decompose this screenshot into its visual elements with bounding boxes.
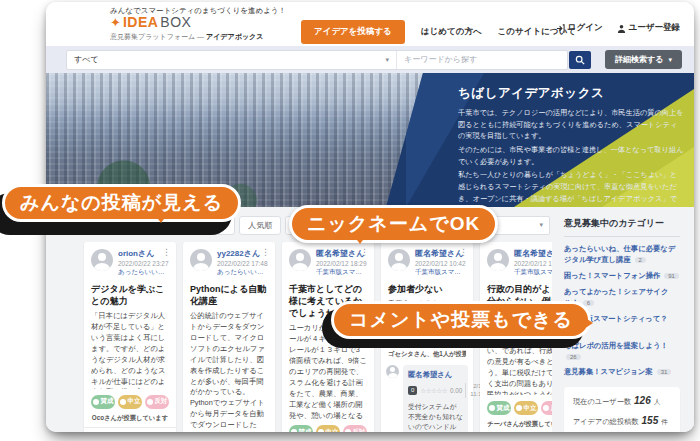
search-icon — [575, 55, 585, 65]
platform-subline: 意見募集プラットフォーム — アイデアボックス — [110, 32, 263, 42]
comment-text: 受付システムが不完全かも知れないのでハンドルネーム変更してみました。テーマが決め… — [408, 402, 463, 432]
category-label: あったらいいね、仕事に必要なデジタル学び直し講座 — [564, 244, 675, 264]
category-label: 意見募集！スマビジョン案 — [564, 367, 653, 376]
search-button[interactable] — [569, 51, 591, 69]
category-label: 困った！スマートフォン操作 — [564, 271, 660, 280]
callout-tail — [581, 315, 601, 331]
post-date: 2022/02/12 10:42 — [415, 260, 466, 267]
chevron-down-icon: ▾ — [539, 221, 543, 229]
card-column: ⋮ yy2282さん 2022/02/22 17:48 あったらいいね、仕事… … — [183, 242, 275, 432]
nav-first-time[interactable]: はじめての方へ — [421, 26, 482, 38]
commenter-name[interactable]: 匿名希望さん — [408, 370, 463, 380]
post-category[interactable]: あったらいいね、仕事… — [217, 268, 268, 277]
search-combo: すべて ▾ — [66, 50, 568, 70]
post-category[interactable]: 千葉市版スマートシテ… — [415, 268, 466, 277]
rating-score: 0.00 — [450, 387, 462, 394]
voters-line: ゴセシタさん、他1人が投票しています — [388, 350, 466, 359]
site-stats-box: 現在のユーザー数 126 人 アイデアの総投稿数 155 件 コメントの総投稿数… — [564, 387, 680, 432]
sidebar-category-item[interactable]: ちばレポの活用を提案しよう！ 26 — [564, 341, 680, 363]
neutral-button[interactable]: 中立 — [118, 395, 142, 409]
header-account: ログイン ユーザー登録 — [556, 22, 680, 34]
sort-tab-popular[interactable]: 人気順 — [239, 216, 281, 235]
platform-label: 意見募集プラットフォーム — [110, 33, 195, 40]
post-body: 公的統計のウェブサイトからデータをダウンロードして、マイクロソフトのエクセルファ… — [190, 311, 268, 432]
kebab-menu-icon[interactable]: ⋮ — [459, 248, 468, 257]
hero-paragraph: 私たち一人ひとりの暮らしが「ちょうどよく」・「ここちよい」と感じられるスマートシ… — [458, 169, 684, 207]
agree-button[interactable]: 賛成 — [91, 395, 115, 409]
header: みんなでスマートシティのまちづくりを進めよう！ ✦ IDEA BOX 意見募集プ… — [46, 2, 694, 46]
idea-card[interactable]: ⋮ orionさん 2022/02/22 23:27 あったらいいね、仕事… デ… — [84, 242, 176, 432]
logo-box: BOX — [160, 15, 191, 29]
neutral-label: 中立 — [128, 397, 141, 406]
category-selected-value: すべて — [74, 54, 99, 65]
neutral-label: 中立 — [326, 428, 339, 432]
hero-paragraph: そのためには、市民や事業者の皆様と連携し、一体となって取り組んでいく必要がありま… — [458, 144, 684, 167]
post-title[interactable]: デジタルを学ぶことの魅力 — [91, 283, 169, 307]
category-count-badge: 26 — [566, 354, 581, 360]
kebab-menu-icon[interactable]: ⋮ — [162, 248, 171, 257]
neutral-face-icon — [516, 405, 522, 411]
hero-title: ちばしアイデアボックス — [458, 85, 684, 102]
oppose-face-icon — [543, 405, 549, 411]
keyword-input[interactable] — [397, 51, 567, 69]
category-label: ちばレポの活用を提案しよう！ — [564, 341, 668, 350]
oppose-button[interactable]: 反対 — [145, 395, 169, 409]
platform-separator: — — [197, 33, 204, 40]
agree-button[interactable]: 賛成 — [487, 401, 511, 415]
post-body: 「日本にはデジタル人材が不足している」という言葉はよく耳にします。ですが、どのよ… — [91, 311, 169, 389]
stat-value: 155 — [642, 415, 659, 426]
voters-line: Ocoさんが投票しています — [91, 414, 169, 423]
hero-paragraph: 千葉市では、テクノロジーの活用などにより、市民生活の質の向上を図るとともに持続可… — [458, 107, 684, 142]
kebab-menu-icon[interactable]: ⋮ — [261, 248, 270, 257]
post-date: 2022/02/12 18:29 — [316, 260, 367, 267]
oppose-label: 反対 — [353, 428, 366, 432]
oppose-face-icon — [147, 399, 153, 405]
stat-unit: 人 — [654, 398, 661, 407]
neutral-button[interactable]: 中立 — [514, 401, 538, 415]
post-title[interactable]: 参加者少ない — [388, 283, 466, 295]
star-rating-icons[interactable]: ☆☆☆☆☆ — [420, 387, 447, 395]
oppose-face-icon — [345, 429, 351, 432]
login-icon — [556, 24, 565, 33]
category-select[interactable]: すべて ▾ — [67, 51, 397, 69]
agree-button[interactable]: 賛成 — [289, 425, 313, 432]
callout-text: ニックネームでOK — [307, 213, 480, 234]
neutral-label: 中立 — [524, 404, 537, 413]
logo-idea: IDEA — [123, 15, 158, 29]
reaction-buttons: 賛成 中立 反対 — [91, 395, 169, 409]
user-icon — [617, 24, 626, 33]
callout-text: コメントや投票もできる — [349, 309, 573, 330]
header-nav: アイデアを投稿する はじめての方へ このサイトについて — [301, 20, 576, 44]
post-date: 2022/02/22 17:48 — [217, 260, 268, 267]
post-category[interactable]: あったらいいね、仕事… — [118, 268, 169, 277]
detail-search-label: 詳細検索する — [615, 54, 663, 65]
post-title[interactable]: Pythonによる自動化講座 — [190, 283, 268, 307]
reaction-buttons: 賛成 中立 反対 — [289, 425, 367, 432]
stat-users: 現在のユーザー数 126 人 — [573, 395, 671, 407]
oppose-button[interactable]: 反対 — [343, 425, 367, 432]
agree-face-icon — [291, 429, 297, 432]
logo-block[interactable]: ✦ IDEA BOX 意見募集プラットフォーム — アイデアボックス — [110, 15, 263, 42]
callout-text: みんなの投稿が見える — [20, 192, 223, 213]
post-idea-button[interactable]: アイデアを投稿する — [301, 20, 405, 44]
register-link[interactable]: ユーザー登録 — [617, 22, 680, 34]
callout-posts-visible: みんなの投稿が見える — [2, 184, 241, 222]
oppose-label: 反対 — [155, 397, 168, 406]
hero-text: ちばしアイデアボックス 千葉市では、テクノロジーの活用などにより、市民生活の質の… — [458, 85, 684, 207]
post-category[interactable]: 千葉市版スマートシテ… — [316, 268, 367, 277]
idea-card[interactable]: ⋮ yy2282さん 2022/02/22 17:48 あったらいいね、仕事… … — [183, 242, 275, 432]
detail-search-button[interactable]: 詳細検索する ▾ — [605, 50, 682, 69]
rating-badge: 0 — [408, 386, 417, 395]
neutral-face-icon — [120, 399, 126, 405]
sidebar-title: 意見募集中のカテゴリー — [564, 217, 680, 237]
neutral-face-icon — [318, 429, 324, 432]
sidebar-category-item[interactable]: あったらいいね、仕事に必要なデジタル学び直し講座 2 — [564, 244, 680, 266]
callout-tail — [352, 233, 368, 252]
comment-box[interactable]: 匿名希望さん 0 ☆☆☆☆☆ 0.00 2/19 11:17 受付システムが — [403, 365, 468, 432]
callout-comment-vote: コメントや投票もできる — [331, 301, 591, 339]
neutral-button[interactable]: 中立 — [316, 425, 340, 432]
comment-thread: 匿名希望さん 0 ☆☆☆☆☆ 0.00 2/19 11:17 受付システムが — [386, 365, 468, 432]
sidebar-category-item[interactable]: 困った！スマートフォン操作 91 — [564, 271, 680, 282]
sidebar-category-item[interactable]: 意見募集！スマビジョン案 31 — [564, 367, 680, 378]
login-link[interactable]: ログイン — [556, 22, 603, 34]
